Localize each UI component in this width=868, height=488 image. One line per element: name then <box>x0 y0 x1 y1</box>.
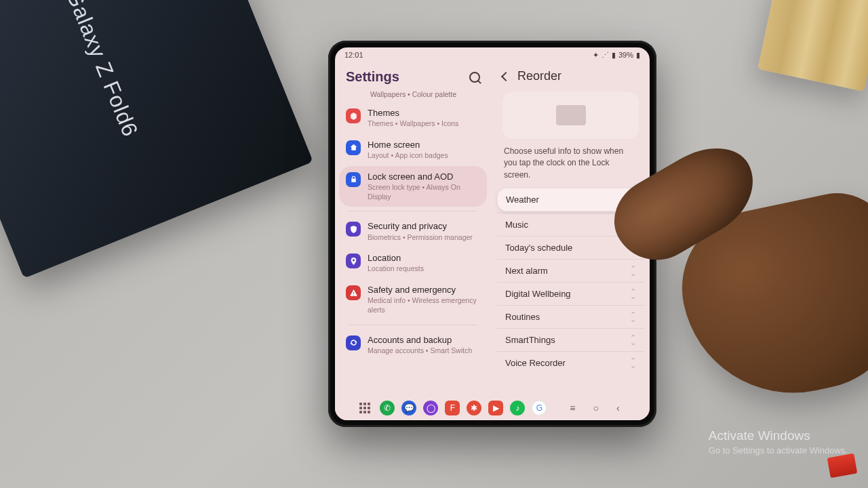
drag-handle-icon[interactable]: ⌃⌄ <box>630 359 636 367</box>
search-icon[interactable] <box>469 72 480 83</box>
battery-text: 39% <box>618 51 633 59</box>
home-title: Home screen <box>368 140 480 150</box>
home-sub: Layout • App icon badges <box>368 151 480 161</box>
settings-divider <box>349 325 477 325</box>
watermark-line2: Go to Settings to activate Windows. <box>709 445 848 455</box>
accounts-sub: Manage accounts • Smart Switch <box>368 346 480 356</box>
phone-app-icon[interactable]: ✆ <box>380 401 395 415</box>
watermark-line1: Activate Windows <box>709 428 848 443</box>
security-sub: Biometrics • Permission manager <box>368 233 480 243</box>
google-app-icon[interactable]: G <box>532 401 547 415</box>
security-title: Security and privacy <box>368 221 480 232</box>
settings-item-safety[interactable]: Safety and emergency Medical info • Wire… <box>339 279 487 321</box>
reorder-item-label: Weather <box>506 195 539 205</box>
reorder-item-label: Today's schedule <box>505 243 572 253</box>
windows-activation-watermark: Activate Windows Go to Settings to activ… <box>709 428 848 455</box>
lock-sub: Screen lock type • Always On Display <box>368 183 480 201</box>
battery-icon: ▮ <box>636 51 640 60</box>
themes-sub: Themes • Wallpapers • Icons <box>368 119 480 129</box>
back-icon[interactable] <box>501 71 511 81</box>
browser-app-icon[interactable]: ◯ <box>423 401 438 415</box>
news-app-icon[interactable]: F <box>445 401 460 415</box>
messages-app-icon[interactable]: 💬 <box>401 401 416 415</box>
drag-handle-icon[interactable]: ⌃⌄ <box>629 195 635 204</box>
reorder-item-voice-recorder[interactable]: Voice Recorder ⌃⌄ <box>497 351 644 374</box>
drag-handle-icon[interactable]: ⌃⌄ <box>630 289 636 298</box>
reorder-header: Reorder <box>492 62 650 87</box>
location-sub: Location requests <box>368 264 480 274</box>
signal-icon: ▮ <box>612 51 616 60</box>
lock-icon <box>346 172 361 187</box>
warn-icon <box>346 285 361 300</box>
reorder-item-label: Routines <box>505 312 540 322</box>
device-frame: 12:01 ✦ ⋰ ▮ 39% ▮ Settings <box>328 41 656 427</box>
themes-title: Themes <box>368 108 480 119</box>
reorder-item-smartthings[interactable]: SmartThings ⌃⌄ <box>497 328 644 351</box>
preview-placeholder <box>556 105 586 125</box>
shield-icon <box>346 222 361 237</box>
status-right: ✦ ⋰ ▮ 39% ▮ <box>593 51 640 60</box>
youtube-app-icon[interactable]: ▶ <box>488 401 503 415</box>
settings-item-security[interactable]: Security and privacy Biometrics • Permis… <box>339 216 487 247</box>
accounts-title: Accounts and backup <box>368 335 480 346</box>
settings-item-wallpaper-partial[interactable]: Wallpapers • Colour palette <box>339 90 487 102</box>
reorder-item-today[interactable]: Today's schedule ⌃⌄ <box>497 236 644 259</box>
status-time: 12:01 <box>344 51 363 59</box>
reorder-item-routines[interactable]: Routines ⌃⌄ <box>497 305 644 328</box>
reorder-item-label: Next alarm <box>505 266 548 276</box>
home-icon <box>346 140 361 155</box>
drag-handle-icon[interactable]: ⌃⌄ <box>630 312 636 321</box>
settings-left-pane: Settings Wallpapers • Colour palette <box>335 62 491 396</box>
device-screen: 12:01 ✦ ⋰ ▮ 39% ▮ Settings <box>335 47 650 420</box>
safety-sub: Medical info • Wireless emergency alerts <box>368 296 480 314</box>
settings-header: Settings <box>335 62 491 90</box>
settings-item-themes[interactable]: Themes Themes • Wallpapers • Icons <box>339 102 487 134</box>
drag-handle-icon[interactable]: ⌃⌄ <box>630 220 636 229</box>
reorder-item-weather[interactable]: Weather ⌃⌄ <box>497 188 644 211</box>
safety-title: Safety and emergency <box>368 285 480 296</box>
reorder-right-pane: Reorder Choose useful info to show when … <box>491 62 650 396</box>
pin-icon <box>346 253 361 268</box>
wallpaper-sub: Wallpapers • Colour palette <box>370 90 456 98</box>
settings-title: Settings <box>346 69 399 85</box>
settings-divider <box>349 211 477 211</box>
reorder-item-wellbeing[interactable]: Digital Wellbeing ⌃⌄ <box>497 282 644 305</box>
location-title: Location <box>368 253 480 264</box>
nav-recents-icon[interactable]: ≡ <box>564 403 580 413</box>
channel-logo <box>827 453 858 478</box>
reorder-item-music[interactable]: Music ⌃⌄ <box>497 213 644 236</box>
reorder-description: Choose useful info to show when you tap … <box>492 146 650 188</box>
settings-item-accounts[interactable]: Accounts and backup Manage accounts • Sm… <box>339 329 487 361</box>
product-box-label: Galaxy Z Fold6 <box>61 0 143 140</box>
drag-handle-icon[interactable]: ⌃⌄ <box>630 243 636 252</box>
drag-handle-icon[interactable]: ⌃⌄ <box>630 336 636 344</box>
themes-icon <box>346 108 361 123</box>
apps-grid-icon[interactable] <box>359 403 373 413</box>
background-wood-block <box>757 0 868 92</box>
reorder-title: Reorder <box>517 69 561 83</box>
split-panes: Settings Wallpapers • Colour palette <box>335 62 650 396</box>
reorder-item-alarm[interactable]: Next alarm ⌃⌄ <box>497 259 644 282</box>
reorder-preview-card <box>502 92 639 139</box>
reorder-item-label: Voice Recorder <box>505 358 566 368</box>
reorder-item-label: Music <box>505 220 528 230</box>
nav-back-icon[interactable]: ‹ <box>611 403 625 413</box>
drag-handle-icon[interactable]: ⌃⌄ <box>630 266 636 275</box>
reorder-list[interactable]: Weather ⌃⌄ Music ⌃⌄ Today's schedule ⌃⌄ … <box>492 188 650 374</box>
nav-home-icon[interactable]: ○ <box>588 403 604 413</box>
settings-list[interactable]: Wallpapers • Colour palette Themes Theme… <box>335 90 491 396</box>
taskbar: ✆ 💬 ◯ F ✱ ▶ ♪ G ≡ ○ ‹ <box>335 396 650 420</box>
wifi-icon: ⋰ <box>601 51 609 60</box>
sync-icon <box>346 336 361 350</box>
reorder-item-label: SmartThings <box>505 335 555 345</box>
spotify-app-icon[interactable]: ♪ <box>510 401 525 415</box>
reorder-item-label: Digital Wellbeing <box>505 289 571 299</box>
asterisk-app-icon[interactable]: ✱ <box>467 401 481 415</box>
lock-title: Lock screen and AOD <box>368 171 480 182</box>
vibrate-icon: ✦ <box>593 51 599 60</box>
settings-item-lock-screen[interactable]: Lock screen and AOD Screen lock type • A… <box>339 166 487 207</box>
settings-item-location[interactable]: Location Location requests <box>339 247 487 279</box>
settings-item-home-screen[interactable]: Home screen Layout • App icon badges <box>339 134 487 166</box>
background-product-box: Galaxy Z Fold6 <box>0 0 313 279</box>
status-bar: 12:01 ✦ ⋰ ▮ 39% ▮ <box>335 47 650 62</box>
